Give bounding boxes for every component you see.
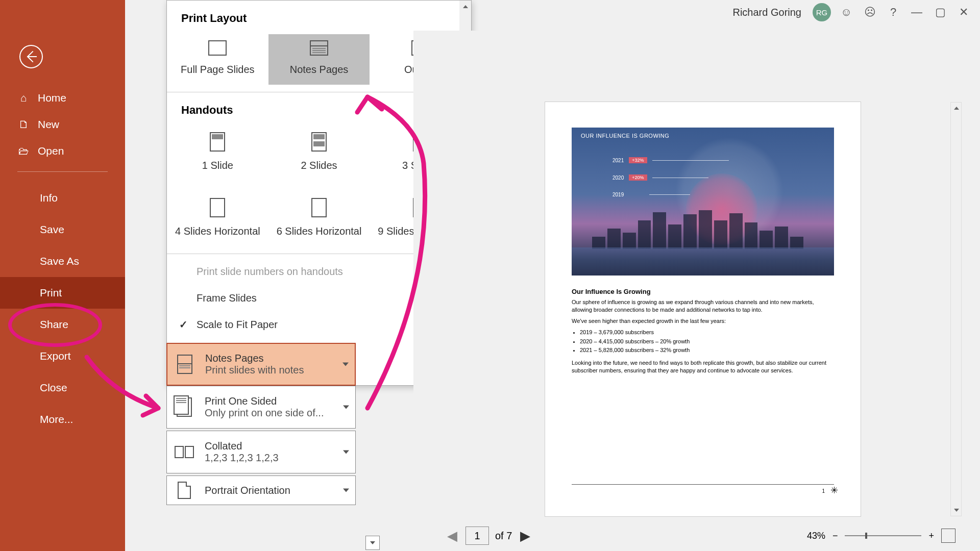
preview-scrollbar[interactable] bbox=[950, 102, 962, 516]
zoom-in-button[interactable]: + bbox=[928, 531, 934, 541]
zoom-out-button[interactable]: − bbox=[832, 531, 838, 541]
check-icon: ✓ bbox=[179, 318, 188, 331]
chevron-down-icon bbox=[343, 489, 349, 492]
sidebar-item-save[interactable]: Save bbox=[17, 214, 108, 245]
sidebar-item-label: Save As bbox=[40, 255, 79, 267]
notes-bullet: 2021 – 5,828,000 subscribers – 32% growt… bbox=[580, 346, 834, 355]
new-icon: 🗋 bbox=[17, 118, 30, 131]
scroll-up-icon[interactable] bbox=[459, 1, 471, 12]
open-icon: 🗁 bbox=[17, 145, 30, 157]
setting-layout[interactable]: Notes Pages Print slides with notes bbox=[166, 343, 356, 386]
sidebar-item-print[interactable]: Print bbox=[0, 277, 125, 309]
page-number: 1 bbox=[822, 488, 825, 494]
print-preview-area: OUR INFLUENCE IS GROWING 2021+32% 2020+2… bbox=[413, 31, 962, 520]
home-icon: ⌂ bbox=[17, 92, 30, 104]
one-sided-icon bbox=[173, 396, 195, 418]
portrait-icon bbox=[173, 479, 195, 502]
tile-notes-pages[interactable]: Notes Pages bbox=[268, 34, 370, 85]
setting-orientation[interactable]: Portrait Orientation bbox=[166, 475, 356, 505]
notes-text: We've seen higher than expected growth i… bbox=[572, 317, 834, 325]
back-button[interactable] bbox=[19, 45, 43, 68]
sidebar-item-export[interactable]: Export bbox=[17, 340, 108, 372]
sidebar-item-close[interactable]: Close bbox=[17, 372, 108, 404]
sidebar-item-label: New bbox=[38, 118, 59, 131]
section-print-layout: Print Layout bbox=[167, 1, 471, 30]
preview-footer: ◀ 1 of 7 ▶ 43% − + bbox=[413, 524, 980, 547]
tile-6-slides-horizontal[interactable]: 6 Slides Horizontal bbox=[268, 192, 370, 246]
sidebar-item-new[interactable]: 🗋 New bbox=[17, 111, 108, 138]
sidebar-item-home[interactable]: ⌂ Home bbox=[17, 85, 108, 111]
user-name: Richard Goring bbox=[732, 7, 801, 18]
setting-title: Notes Pages bbox=[205, 353, 304, 364]
full-page-slides-icon bbox=[208, 40, 227, 56]
fit-to-window-button[interactable] bbox=[941, 529, 955, 543]
user-avatar[interactable]: RG bbox=[813, 3, 831, 21]
sidebar-item-open[interactable]: 🗁 Open bbox=[17, 138, 108, 164]
setting-subtitle: Print slides with notes bbox=[205, 364, 304, 376]
frown-icon[interactable]: ☹ bbox=[862, 4, 878, 20]
settings-more-dropdown[interactable] bbox=[365, 536, 380, 550]
notes-bullet: 2020 – 4,415,000 subscribers – 20% growt… bbox=[580, 337, 834, 346]
one-slide-icon bbox=[210, 132, 225, 152]
chevron-down-icon bbox=[342, 363, 349, 366]
close-window-icon[interactable]: ✕ bbox=[955, 4, 972, 20]
smile-icon[interactable]: ☺ bbox=[838, 4, 854, 20]
collated-icon bbox=[173, 441, 195, 463]
chevron-down-icon bbox=[343, 406, 349, 409]
notes-pages-icon bbox=[310, 40, 328, 56]
zoom-percent: 43% bbox=[807, 531, 825, 541]
sidebar-item-info[interactable]: Info bbox=[17, 182, 108, 214]
notes-bullet: 2019 – 3,679,000 subscribers bbox=[580, 328, 834, 337]
sidebar-item-share[interactable]: Share bbox=[17, 309, 108, 340]
slide-thumbnail: OUR INFLUENCE IS GROWING 2021+32% 2020+2… bbox=[572, 128, 834, 276]
tile-1-slide[interactable]: 1 Slide bbox=[167, 126, 268, 181]
sidebar-item-label: Close bbox=[40, 382, 67, 394]
setting-title: Portrait Orientation bbox=[205, 485, 290, 496]
notes-pages-icon bbox=[174, 353, 196, 375]
zoom-slider[interactable] bbox=[845, 535, 921, 536]
print-settings: Notes Pages Print slides with notes Prin… bbox=[166, 386, 356, 505]
next-page-button[interactable]: ▶ bbox=[516, 528, 534, 544]
setting-title: Print One Sided bbox=[205, 395, 324, 407]
logo-icon: ✳ bbox=[830, 485, 838, 496]
sidebar-item-more[interactable]: More... bbox=[17, 404, 108, 435]
sidebar-item-label: Open bbox=[38, 145, 64, 157]
sidebar-item-label: Export bbox=[40, 350, 71, 362]
backstage-sidebar: ⌂ Home 🗋 New 🗁 Open Info Save Save As Pr… bbox=[0, 0, 125, 551]
maximize-icon[interactable]: ▢ bbox=[932, 4, 948, 20]
notes-heading: Our Influence Is Growing bbox=[572, 288, 834, 295]
help-icon[interactable]: ? bbox=[885, 4, 901, 20]
sidebar-item-label: Print bbox=[40, 287, 62, 299]
prev-page-button[interactable]: ◀ bbox=[443, 528, 461, 544]
slide-title: OUR INFLUENCE IS GROWING bbox=[581, 133, 669, 139]
notes-text: Looking into the future, we need to find… bbox=[572, 359, 834, 375]
chevron-down-icon bbox=[343, 450, 349, 454]
tile-full-page-slides[interactable]: Full Page Slides bbox=[167, 34, 268, 85]
six-slides-icon bbox=[311, 198, 327, 217]
notes-text: Our sphere of influence is growing as we… bbox=[572, 298, 834, 314]
page-total: of 7 bbox=[495, 530, 512, 542]
setting-subtitle: 1,2,3 1,2,3 1,2,3 bbox=[205, 452, 279, 464]
slide-notes: Our Influence Is Growing Our sphere of i… bbox=[572, 288, 834, 375]
scroll-down-icon[interactable] bbox=[951, 505, 962, 516]
tile-4-slides-horizontal[interactable]: 4 Slides Horizontal bbox=[167, 192, 268, 246]
sidebar-item-label: More... bbox=[40, 413, 73, 425]
page-input[interactable]: 1 bbox=[465, 527, 489, 545]
sidebar-item-label: Info bbox=[40, 192, 58, 204]
sidebar-item-label: Save bbox=[40, 223, 64, 236]
sidebar-item-saveas[interactable]: Save As bbox=[17, 245, 108, 277]
setting-subtitle: Only print on one side of... bbox=[205, 407, 324, 419]
tile-2-slides[interactable]: 2 Slides bbox=[268, 126, 370, 181]
footer-rule bbox=[572, 484, 834, 485]
scroll-up-icon[interactable] bbox=[951, 103, 962, 114]
sidebar-item-label: Share bbox=[40, 318, 68, 331]
sidebar-item-label: Home bbox=[38, 92, 66, 104]
minimize-icon[interactable]: — bbox=[909, 4, 925, 20]
setting-title: Collated bbox=[205, 440, 279, 452]
setting-sided[interactable]: Print One Sided Only print on one side o… bbox=[166, 386, 356, 429]
four-slides-icon bbox=[210, 198, 225, 217]
preview-page: OUR INFLUENCE IS GROWING 2021+32% 2020+2… bbox=[545, 102, 861, 516]
setting-collated[interactable]: Collated 1,2,3 1,2,3 1,2,3 bbox=[166, 431, 356, 473]
two-slides-icon bbox=[311, 132, 327, 152]
